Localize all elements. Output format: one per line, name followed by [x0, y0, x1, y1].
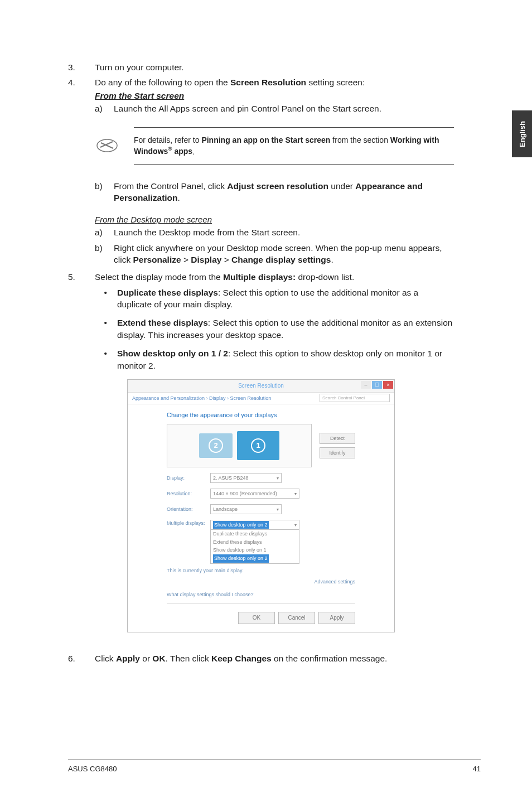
language-tab: English	[512, 110, 532, 157]
search-input[interactable]: Search Control Panel	[320, 394, 390, 402]
resolution-select[interactable]: 1440 × 900 (Recommended)▾	[210, 489, 299, 499]
text: For details, refer to	[134, 136, 201, 144]
bold-text: Pinning an app on the Start screen	[201, 136, 330, 144]
substep-text: Right click anywhere on your Desktop mod…	[114, 242, 454, 266]
text: Do any of the following to open the	[95, 78, 230, 87]
monitor-2[interactable]: 2	[199, 433, 233, 458]
text: . Then click	[166, 654, 211, 663]
breadcrumb[interactable]: Appearance and Personalization › Display…	[132, 395, 271, 402]
bold-text: Adjust screen resolution	[227, 181, 328, 191]
dropdown-option[interactable]: Show desktop only on 1	[211, 546, 299, 554]
page-content: 3. Turn on your computer. 4. Do any of t…	[0, 0, 532, 664]
text: from the section	[330, 136, 390, 144]
step-text: Do any of the following to open the Scre…	[95, 76, 454, 88]
orientation-label: Orientation:	[167, 506, 210, 513]
bullet-text: Extend these displays: Select this optio…	[117, 317, 454, 341]
bold-text: Display	[191, 255, 221, 264]
step-text: Select the display mode from the Multipl…	[95, 271, 454, 283]
dropdown-option[interactable]: Extend these displays	[211, 538, 299, 546]
text: >	[181, 255, 191, 264]
substep-text: Launch the All Apps screen and pin Contr…	[114, 103, 454, 114]
detect-button[interactable]: Detect	[320, 433, 355, 444]
page-footer: ASUS CG8480 41	[0, 760, 532, 773]
text: >	[221, 255, 231, 264]
text: Click	[95, 654, 116, 663]
text: .	[192, 147, 195, 156]
chevron-down-icon: ▾	[277, 506, 279, 513]
text: or	[140, 654, 152, 663]
orientation-select[interactable]: Landscape▾	[210, 504, 282, 514]
multiple-displays-label: Multiple displays:	[167, 520, 210, 526]
bold-text: Extend these displays	[117, 318, 208, 327]
substep-label: a)	[95, 103, 114, 114]
resolution-label: Resolution:	[167, 490, 210, 497]
main-display-text: This is currently your main display.	[167, 567, 355, 574]
substep-label: b)	[95, 180, 114, 204]
apply-button[interactable]: Apply	[318, 612, 355, 624]
substep-text: Launch the Desktop mode from the Start s…	[114, 226, 454, 238]
display-select[interactable]: 2. ASUS PB248▾	[210, 473, 282, 483]
screen-resolution-dialog: Screen Resolution – ☐ × Appearance and P…	[127, 379, 395, 632]
bold-text: Keep Changes	[211, 654, 272, 663]
bold-text: Change display settings	[231, 255, 331, 264]
chevron-down-icon: ▾	[277, 475, 279, 481]
monitor-number: 1	[251, 438, 265, 453]
monitor-number: 2	[209, 438, 223, 453]
identify-button[interactable]: Identify	[320, 447, 355, 458]
text: under	[328, 181, 355, 191]
text: drop-down list.	[296, 272, 354, 282]
step-number: 6.	[68, 653, 95, 664]
bullet-text: Show desktop only on 1 / 2: Select this …	[117, 347, 454, 371]
bold-text: Duplicate these displays	[117, 288, 218, 297]
bold-text: Personalize	[133, 255, 181, 264]
close-icon[interactable]: ×	[383, 381, 393, 389]
dialog-titlebar: Screen Resolution – ☐ ×	[128, 380, 394, 393]
chevron-down-icon: ▾	[294, 491, 297, 497]
text: Select the display mode from the	[95, 272, 223, 282]
bullet-marker: •	[68, 287, 117, 311]
dialog-title: Screen Resolution	[238, 382, 284, 390]
step-number: 5.	[68, 271, 95, 283]
bold-text: Apply	[116, 654, 140, 663]
dropdown-option[interactable]: Duplicate these displays	[211, 530, 299, 538]
text: setting screen:	[306, 78, 365, 87]
footer-left: ASUS CG8480	[68, 765, 117, 773]
advanced-settings-link[interactable]: Advanced settings	[167, 578, 355, 585]
note-text: For details, refer to Pinning an app on …	[134, 127, 454, 165]
substep-label: a)	[95, 226, 114, 238]
bold-text: OK	[152, 654, 165, 663]
monitor-1[interactable]: 1	[237, 431, 279, 460]
bullet-marker: •	[68, 317, 117, 341]
note-icon	[95, 133, 119, 158]
bullet-marker: •	[68, 347, 117, 371]
cancel-button[interactable]: Cancel	[278, 612, 315, 624]
language-label: English	[518, 121, 526, 147]
multiple-displays-select[interactable]: Show desktop only on 2▾	[210, 520, 299, 530]
monitor-preview[interactable]: 2 1	[167, 424, 312, 467]
step-number: 4.	[68, 76, 95, 88]
subheading: From the Desktop mode screen	[95, 214, 454, 226]
step-text: Turn on your computer.	[95, 61, 454, 73]
bullet-text: Duplicate these displays: Select this op…	[117, 287, 454, 311]
dialog-heading: Change the appearance of your displays	[167, 411, 355, 419]
ok-button[interactable]: OK	[238, 612, 275, 624]
step-number: 3.	[68, 61, 95, 73]
minimize-icon[interactable]: –	[361, 381, 371, 389]
step-text: Click Apply or OK. Then click Keep Chang…	[95, 653, 454, 664]
bold-text: Multiple displays:	[223, 272, 296, 282]
display-label: Display:	[167, 475, 210, 481]
chevron-down-icon: ▾	[294, 522, 297, 528]
bold-text: Screen Resolution	[230, 78, 306, 87]
text: .	[178, 193, 180, 202]
subheading: From the Start screen	[95, 90, 454, 102]
maximize-icon[interactable]: ☐	[372, 381, 382, 389]
substep-label: b)	[95, 242, 114, 266]
breadcrumb-bar: Appearance and Personalization › Display…	[128, 393, 394, 404]
text: on the confirmation message.	[272, 654, 388, 663]
dropdown-option[interactable]: Show desktop only on 2	[211, 554, 299, 563]
text: From the Control Panel, click	[114, 181, 227, 191]
substep-text: From the Control Panel, click Adjust scr…	[114, 180, 454, 204]
help-link[interactable]: What display settings should I choose?	[167, 591, 355, 598]
bold-text: Show desktop only on 1 / 2	[117, 349, 228, 358]
note-callout: For details, refer to Pinning an app on …	[95, 127, 454, 165]
